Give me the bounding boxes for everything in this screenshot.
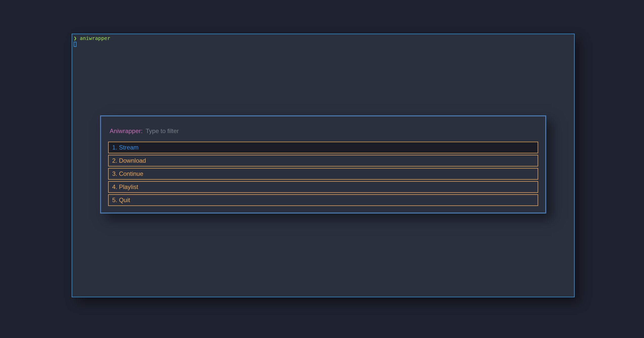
prompt-chevron-icon: ❯ (74, 35, 77, 41)
rofi-dialog: Aniwrapper: 1. Stream 2. Download 3. Con… (100, 115, 546, 214)
option-label: 5. Quit (112, 197, 130, 203)
option-quit[interactable]: 5. Quit (108, 194, 538, 206)
option-label: 3. Continue (112, 170, 143, 177)
cursor-icon (74, 42, 76, 47)
option-label: 4. Playlist (112, 183, 138, 190)
terminal-content: ❯ aniwrapper (72, 34, 574, 48)
option-playlist[interactable]: 4. Playlist (108, 181, 538, 193)
option-label: 1. Stream (112, 144, 139, 151)
option-continue[interactable]: 3. Continue (108, 168, 538, 180)
option-label: 2. Download (112, 157, 146, 164)
terminal-command: aniwrapper (80, 35, 110, 41)
option-list: 1. Stream 2. Download 3. Continue 4. Pla… (108, 142, 538, 206)
dialog-prompt-label: Aniwrapper: (110, 128, 143, 135)
option-stream[interactable]: 1. Stream (108, 142, 538, 153)
dialog-header: Aniwrapper: (108, 122, 538, 142)
filter-input[interactable] (146, 128, 537, 135)
option-download[interactable]: 2. Download (108, 155, 538, 166)
